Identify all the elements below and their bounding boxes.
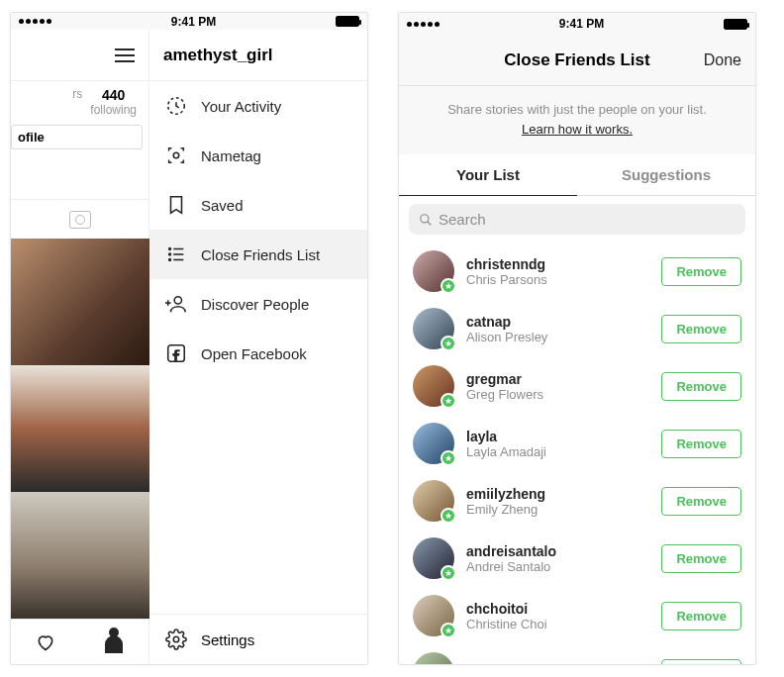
status-time: 9:41 PM — [171, 15, 216, 29]
search-icon — [419, 213, 433, 227]
svg-point-8 — [174, 297, 181, 304]
friend-text: gregmarGreg Flowers — [466, 371, 649, 402]
following-stat[interactable]: 440 following — [82, 87, 145, 117]
friend-fullname: Chris Parsons — [466, 272, 649, 287]
friend-fullname: Christine Choi — [466, 617, 649, 631]
photo-thumbnail[interactable] — [11, 239, 149, 365]
adduser-icon — [165, 293, 187, 315]
avatar[interactable]: ★ — [413, 595, 454, 636]
tagged-tab[interactable] — [11, 199, 148, 239]
hamburger-menu-icon[interactable] — [115, 48, 135, 62]
friend-username: layla — [466, 429, 649, 444]
avatar[interactable]: ★ — [413, 480, 454, 522]
remove-button[interactable]: Remove — [661, 315, 741, 343]
tab-suggestions[interactable]: Suggestions — [577, 154, 755, 196]
info-text: Share stories with just the people on yo… — [419, 100, 735, 120]
friend-text: emiilyzhengEmily Zheng — [466, 486, 649, 517]
menu-item-label: Discover People — [201, 296, 309, 313]
star-badge-icon: ★ — [441, 393, 456, 409]
drawer-username: amethyst_girl — [149, 30, 367, 81]
screen-header: Close Friends List Done — [399, 35, 755, 86]
done-button[interactable]: Done — [704, 51, 741, 69]
star-badge-icon: ★ — [441, 336, 456, 351]
screen-title: Close Friends List — [504, 50, 649, 70]
friend-username: christenndg — [466, 256, 649, 272]
gear-icon — [165, 629, 187, 650]
tab-your-list[interactable]: Your List — [399, 154, 577, 196]
status-bar: 9:41 PM — [399, 13, 755, 35]
menu-item-bookmark[interactable]: Saved — [149, 180, 367, 230]
remove-button[interactable]: Remove — [661, 430, 741, 458]
friend-username: catnap — [466, 314, 649, 330]
battery-icon — [724, 19, 747, 30]
remove-button[interactable]: Remove — [661, 257, 741, 286]
status-time: 9:41 PM — [559, 17, 604, 31]
friend-row: ★christenndgChris ParsonsRemove — [399, 242, 755, 300]
menu-item-adduser[interactable]: Discover People — [149, 279, 367, 329]
svg-point-12 — [173, 636, 179, 642]
profile-person-icon[interactable] — [103, 631, 125, 653]
bookmark-icon — [165, 194, 187, 216]
activity-heart-icon[interactable] — [35, 632, 56, 652]
search-input[interactable]: Search — [409, 204, 745, 235]
photo-grid — [11, 239, 148, 619]
avatar[interactable]: ★ — [413, 423, 454, 464]
facebook-icon — [165, 342, 187, 364]
remove-button[interactable]: Remove — [661, 659, 741, 665]
info-banner: Share stories with just the people on yo… — [399, 86, 755, 154]
menu-item-list[interactable]: Close Friends List — [149, 230, 367, 279]
menu-item-nametag[interactable]: Nametag — [149, 131, 367, 180]
bottom-nav — [11, 619, 148, 664]
friend-fullname: Andrei Santalo — [466, 559, 649, 574]
svg-point-5 — [169, 248, 171, 250]
friend-row: ★catnapAlison PresleyRemove — [399, 300, 755, 357]
signal-dots-icon — [19, 19, 51, 24]
avatar[interactable]: ★ — [413, 365, 454, 407]
edit-profile-button[interactable]: ofile — [11, 125, 143, 149]
signal-dots-icon — [407, 22, 440, 27]
friend-fullname: Greg Flowers — [466, 387, 649, 402]
avatar[interactable]: ★ — [413, 308, 454, 349]
friend-row: ★kstangRemove — [399, 644, 755, 664]
search-placeholder: Search — [439, 211, 486, 228]
list-icon — [165, 243, 187, 265]
friend-text: andreisantaloAndrei Santalo — [466, 543, 649, 574]
remove-button[interactable]: Remove — [661, 372, 741, 401]
friend-username: chchoitoi — [466, 601, 649, 617]
menu-item-activity[interactable]: Your Activity — [149, 81, 367, 131]
settings-menu-item[interactable]: Settings — [149, 614, 367, 664]
learn-link[interactable]: Learn how it works. — [522, 122, 633, 137]
friend-row: ★emiilyzhengEmily ZhengRemove — [399, 472, 755, 530]
menu-item-label: Open Facebook — [201, 345, 307, 362]
avatar[interactable]: ★ — [413, 652, 454, 664]
star-badge-icon: ★ — [441, 450, 456, 466]
svg-line-14 — [428, 221, 432, 225]
settings-label: Settings — [201, 631, 254, 648]
friend-row: ★chchoitoiChristine ChoiRemove — [399, 587, 755, 644]
friend-fullname: Alison Presley — [466, 330, 649, 344]
remove-button[interactable]: Remove — [661, 544, 741, 573]
photo-thumbnail[interactable] — [11, 492, 149, 619]
svg-point-7 — [169, 259, 171, 261]
photo-thumbnail[interactable] — [11, 365, 149, 492]
friend-row: ★andreisantaloAndrei SantaloRemove — [399, 530, 755, 587]
avatar[interactable]: ★ — [413, 250, 454, 292]
nametag-icon — [165, 145, 187, 166]
menu-item-label: Saved — [201, 197, 244, 214]
avatar[interactable]: ★ — [413, 537, 454, 579]
status-bar: 9:41 PM — [11, 13, 367, 30]
profile-partial: rs 440 following ofile — [11, 30, 149, 664]
followers-label-cut: rs — [69, 87, 82, 117]
svg-point-13 — [421, 214, 429, 222]
svg-point-6 — [169, 253, 171, 255]
menu-item-facebook[interactable]: Open Facebook — [149, 329, 367, 378]
tabs: Your List Suggestions — [399, 154, 755, 196]
remove-button[interactable]: Remove — [661, 602, 741, 630]
friend-username: gregmar — [466, 371, 649, 387]
remove-button[interactable]: Remove — [661, 487, 741, 516]
side-drawer: amethyst_girl Your ActivityNametagSavedC… — [149, 30, 367, 664]
star-badge-icon: ★ — [441, 565, 456, 581]
friend-row: ★laylaLayla AmadajiRemove — [399, 415, 755, 472]
friend-username: emiilyzheng — [466, 486, 649, 502]
tagged-icon — [69, 211, 91, 229]
